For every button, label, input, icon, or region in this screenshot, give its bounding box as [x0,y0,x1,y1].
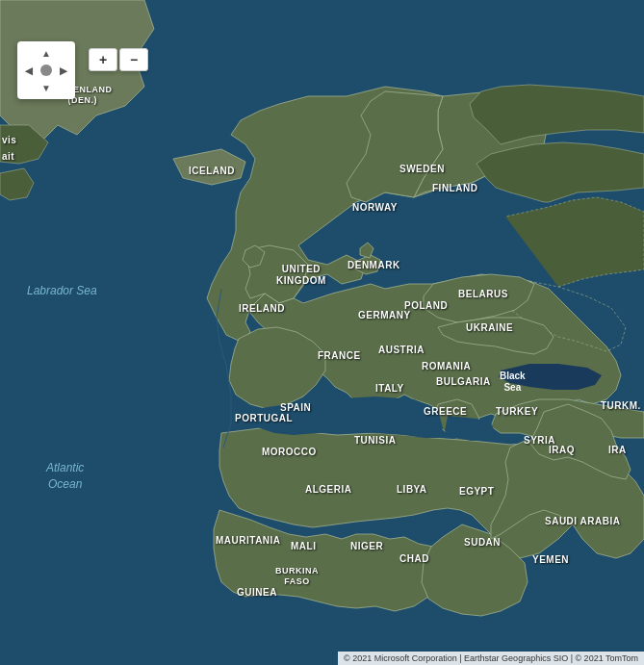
zoom-out-button[interactable]: − [119,48,148,71]
zoom-in-button[interactable]: + [89,48,117,71]
zoom-controls: + − [89,48,148,71]
attribution: © 2021 Microsoft Corporation | Earthstar… [338,652,644,665]
map-svg [0,0,644,665]
nav-right-button[interactable]: ▶ [54,61,73,80]
attribution-text: © 2021 Microsoft Corporation | Earthstar… [344,653,638,663]
nav-center-dot [40,64,52,76]
nav-up-button[interactable]: ▲ [37,43,56,63]
nav-left-button[interactable]: ◀ [19,61,39,80]
map-container: GREENLAND(DEN.) ICELAND SWEDEN NORWAY FI… [0,0,644,665]
nav-down-button[interactable]: ▼ [37,78,56,97]
nav-control: ▲ ▼ ◀ ▶ [17,41,75,99]
